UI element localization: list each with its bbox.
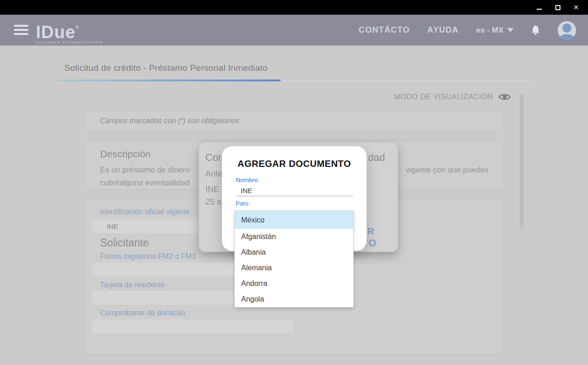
hamburger-menu-icon[interactable]: [14, 24, 28, 36]
minimize-icon: [537, 9, 542, 10]
credit-request-tab-title[interactable]: Solicitud de crédito - Préstamo Personal…: [64, 63, 268, 73]
dialog-title-fragment-right: dad: [368, 152, 385, 164]
description-heading: Descripción: [100, 148, 151, 160]
add-document-action-fragment[interactable]: R: [368, 226, 374, 237]
dialog-title-fragment-left: Cor: [205, 152, 221, 164]
nav-contacto[interactable]: CONTÁCTO: [359, 25, 410, 35]
dialog-body-fragment: 25 a: [205, 197, 221, 207]
official-id-label[interactable]: Identificación oficial vigente: [100, 208, 190, 216]
country-option-afganistan[interactable]: Afganistán: [235, 229, 353, 245]
logo-tagline: DILIGENCE AUTHENTICATION: [36, 40, 103, 45]
os-titlebar: ×: [0, 0, 588, 15]
migratory-form-label[interactable]: Forma migratoria FM2 o FM3: [100, 252, 196, 261]
header-nav: CONTÁCTO AYUDA es - MX: [359, 15, 576, 46]
registered-mark: ®: [75, 25, 79, 30]
name-field-label: Nombre:: [236, 177, 260, 183]
address-proof-label[interactable]: Comprobante de domicilio: [100, 309, 186, 317]
country-option-andorra[interactable]: Andorra: [235, 276, 353, 291]
country-option-alemania[interactable]: Alemania: [235, 260, 353, 276]
caret-down-icon: [507, 28, 514, 32]
app-logo[interactable]: IDue® DILIGENCE AUTHENTICATION: [36, 18, 103, 45]
country-dropdown-list: MéxicoAfganistánAlbaniaAlemaniaAndorraAn…: [234, 211, 354, 308]
document-name-input[interactable]: [236, 185, 353, 196]
country-option-angola[interactable]: Angola: [235, 291, 353, 307]
minimize-button[interactable]: [536, 4, 543, 11]
logo-text: IDue®: [36, 18, 103, 41]
eye-icon: [498, 93, 511, 101]
description-text-fragment: vigente con que puedes: [406, 165, 489, 175]
app-window: × IDue® DILIGENCE AUTHENTICATION CONTÁCT…: [0, 0, 588, 365]
app-header: IDue® DILIGENCE AUTHENTICATION CONTÁCTO …: [0, 15, 588, 46]
avatar-body-icon: [560, 34, 574, 40]
dialog-body-fragment: Ante: [205, 169, 222, 179]
add-document-modal-title: AGREGAR DOCUMENTO: [222, 159, 367, 169]
view-mode-toggle[interactable]: MODO DE VISUALIZACIÓN: [394, 93, 511, 101]
user-avatar[interactable]: [558, 21, 576, 40]
maximize-button[interactable]: [554, 4, 561, 11]
locale-label: es - MX: [476, 26, 503, 35]
notifications-bell-icon[interactable]: [531, 25, 540, 36]
dialog-body-fragment: INE: [205, 185, 219, 194]
view-mode-label: MODO DE VISUALIZACIÓN: [394, 93, 493, 101]
tab-active-underline: [57, 80, 281, 81]
locale-selector[interactable]: es - MX: [476, 26, 514, 35]
country-option-albania[interactable]: Albania: [235, 245, 353, 260]
description-text-fragment: cubriralguna eventualidad: [100, 178, 190, 188]
close-button[interactable]: ×: [572, 4, 580, 11]
maximize-icon: [555, 5, 560, 10]
country-option-mexico[interactable]: México: [235, 211, 353, 229]
country-field-label: País:: [236, 200, 250, 207]
required-fields-note: Campos marcados con (*) son obligatorios: [100, 117, 239, 125]
applicant-section-heading: Solicitante: [100, 237, 149, 249]
vertical-scrollbar[interactable]: [520, 94, 524, 228]
nav-ayuda[interactable]: AYUDA: [427, 25, 458, 35]
close-icon: ×: [573, 4, 578, 11]
resident-card-label[interactable]: Tarjeta de residente: [100, 281, 165, 289]
avatar-head-icon: [562, 23, 571, 33]
address-proof-input[interactable]: [92, 319, 294, 333]
description-text-fragment: Es un préstamo de dinero: [100, 165, 190, 175]
required-fields-banner: Campos marcados con (*) son obligatorios: [84, 110, 503, 132]
